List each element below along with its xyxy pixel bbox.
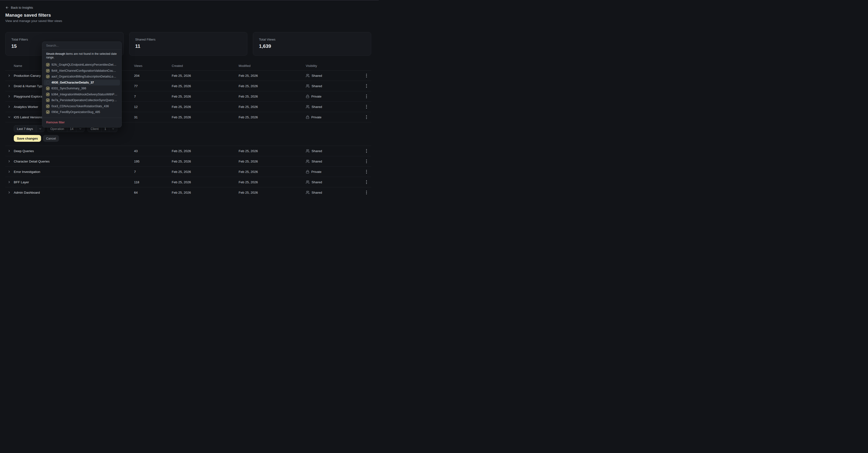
popover-item[interactable]: 8e7a_PersistedOperationCollectionSyncQue… — [44, 97, 120, 103]
popover-item[interactable]: fb44_AlertChannelConfigurationValidation… — [44, 68, 120, 74]
filter-modified: Feb 25, 2026 — [239, 170, 258, 173]
filter-name[interactable]: Playground Explorat — [14, 95, 43, 98]
chevron-down-icon[interactable] — [7, 115, 11, 119]
filter-views: 195 — [134, 160, 140, 163]
popover-item[interactable]: 6331_SyncSummary_386 — [44, 86, 120, 92]
popover-item[interactable]: 090d_FeedByOrganizationSlug_485 — [44, 109, 120, 115]
cancel-button[interactable]: Cancel — [43, 135, 59, 142]
stat-label: Total Filters — [11, 38, 118, 41]
row-menu-button[interactable] — [365, 148, 368, 154]
visibility-label: Shared — [312, 149, 322, 153]
stat-label: Shared Filters — [135, 38, 242, 41]
popover-item[interactable]: 0ce3_CDNAccessTokenRotationStats_436 — [44, 103, 120, 109]
row-menu-button[interactable] — [365, 104, 368, 110]
filter-visibility: Private — [306, 170, 321, 173]
users-icon — [306, 159, 310, 163]
checkbox-checked-icon[interactable] — [46, 75, 50, 78]
filter-visibility: Private — [306, 116, 321, 119]
search-input[interactable] — [46, 44, 118, 47]
row-menu-button[interactable] — [365, 168, 368, 175]
filter-name[interactable]: BFF Layer — [14, 181, 29, 184]
item-label: 6331_SyncSummary_386 — [52, 87, 86, 90]
row-menu-button[interactable] — [365, 189, 368, 196]
chevron-right-icon[interactable] — [7, 149, 11, 153]
filter-name[interactable]: Character Detail Queries — [14, 160, 50, 163]
stat-value: 11 — [135, 43, 242, 49]
row-menu-button[interactable] — [365, 83, 368, 89]
users-icon — [306, 149, 310, 153]
popover-item[interactable]: b364_IntegrationWebhookDeliveryStatusWit… — [44, 92, 120, 98]
chevron-right-icon[interactable] — [7, 84, 11, 88]
chevron-right-icon[interactable] — [7, 105, 11, 109]
filter-modified: Feb 25, 2026 — [239, 181, 258, 184]
users-icon — [306, 180, 310, 184]
filter-modified: Feb 25, 2026 — [239, 74, 258, 77]
visibility-label: Private — [311, 95, 321, 98]
back-link-label: Back to Insights — [11, 6, 33, 9]
checkbox-checked-icon[interactable] — [46, 69, 50, 72]
row-menu-button[interactable] — [365, 93, 368, 100]
stat-card-total-views: Total Views 1,639 — [253, 32, 371, 56]
chevron-right-icon[interactable] — [7, 94, 11, 98]
checkbox-checked-icon[interactable] — [46, 99, 50, 102]
filter-visibility: Shared — [306, 149, 322, 153]
checkbox-checked-icon[interactable] — [46, 104, 50, 108]
filter-name[interactable]: Production Canary — [14, 74, 41, 77]
chevron-right-icon[interactable] — [7, 191, 11, 194]
column-header-modified: Modified — [239, 64, 250, 68]
item-label: 0ce3_CDNAccessTokenRotationStats_436 — [52, 104, 109, 108]
column-header-visibility: Visibility — [306, 64, 317, 68]
filter-modified: Feb 25, 2026 — [239, 84, 258, 88]
visibility-label: Shared — [312, 191, 322, 194]
chevron-right-icon[interactable] — [7, 170, 11, 173]
chip-label: Last 7 days — [14, 126, 36, 132]
popover-search — [42, 42, 122, 50]
row-menu-button[interactable] — [365, 72, 368, 79]
row-menu-button[interactable] — [365, 158, 368, 165]
lock-icon — [306, 95, 309, 98]
chevron-right-icon[interactable] — [7, 180, 11, 184]
save-changes-button[interactable]: Save changes — [14, 135, 41, 142]
users-icon — [306, 74, 310, 77]
filter-visibility: Shared — [306, 84, 322, 88]
row-menu-button[interactable] — [365, 179, 368, 186]
popover-note: Struck-through items are not found in th… — [42, 50, 122, 60]
checkbox-checked-icon[interactable] — [46, 93, 50, 96]
column-header-views: Views — [134, 64, 142, 68]
filter-name[interactable]: Admin Dashboard — [14, 191, 40, 194]
popover-item-highlighted[interactable]: 4930_GetCharacterDetails_37 — [44, 80, 120, 86]
filter-created: Feb 25, 2026 — [172, 105, 191, 109]
item-label: fb44_AlertChannelConfigurationValidation… — [52, 69, 118, 72]
filter-name[interactable]: iOS Latest Versions — [14, 116, 42, 119]
checkbox-checked-icon[interactable] — [46, 87, 50, 90]
filter-visibility: Shared — [306, 105, 322, 109]
checkbox-checked-icon[interactable] — [46, 110, 50, 114]
popover-item[interactable]: aacf_OrganizationBillingSubscriptionDeta… — [44, 74, 120, 80]
filter-visibility: Shared — [306, 159, 322, 163]
popover-item[interactable]: 92fc_GraphQLEndpointLatencyPercentilesDe… — [44, 62, 120, 68]
chevron-right-icon[interactable] — [7, 74, 11, 77]
filter-name[interactable]: Droid & Human Type — [14, 84, 44, 88]
checkbox-unchecked-icon[interactable] — [46, 81, 50, 84]
row-menu-button[interactable] — [365, 114, 368, 121]
note-struck-word: Struck-through — [46, 52, 65, 56]
stat-label: Total Views — [259, 38, 365, 41]
back-to-insights-link[interactable]: Back to Insights — [5, 6, 33, 9]
filter-modified: Feb 25, 2026 — [239, 95, 258, 98]
filter-name[interactable]: Deep Queries — [14, 149, 34, 153]
chevron-right-icon[interactable] — [7, 159, 11, 163]
filter-items-popover: Struck-through items are not found in th… — [42, 41, 122, 128]
table-row: Error Investigation 7 Feb 25, 2026 Feb 2… — [5, 167, 371, 177]
filter-views: 64 — [134, 191, 138, 194]
filter-name[interactable]: Analytics Worker — [14, 105, 38, 109]
filter-modified: Feb 25, 2026 — [239, 160, 258, 163]
filter-visibility: Shared — [306, 74, 322, 77]
date-range-chip[interactable]: Last 7 days — [14, 125, 44, 132]
filter-views: 31 — [134, 116, 138, 119]
users-icon — [306, 105, 310, 109]
remove-filter-button[interactable]: Remove filter — [42, 118, 69, 127]
filter-name[interactable]: Error Investigation — [14, 170, 40, 173]
lock-icon — [306, 170, 309, 173]
checkbox-checked-icon[interactable] — [46, 63, 50, 66]
filter-created: Feb 25, 2026 — [172, 74, 191, 77]
